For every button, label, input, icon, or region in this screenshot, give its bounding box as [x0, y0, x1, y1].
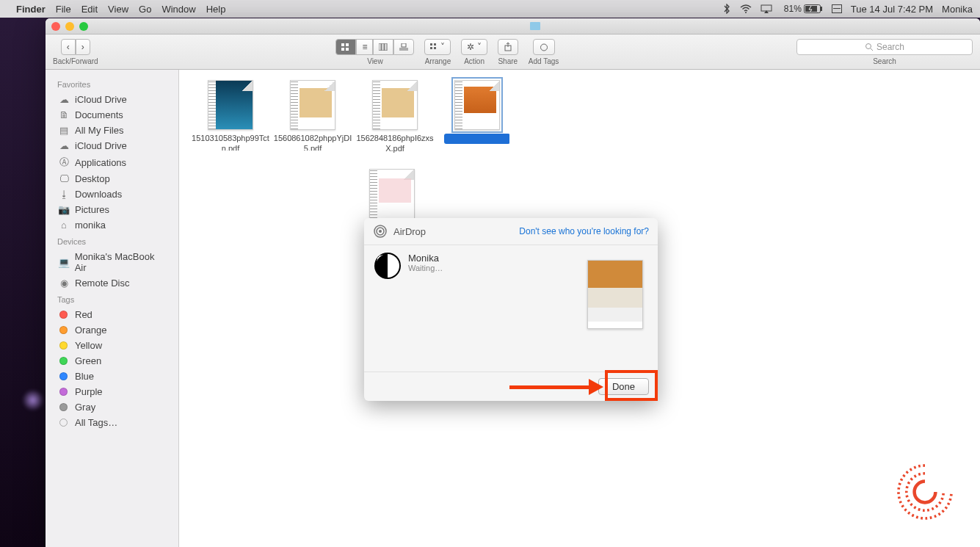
sidebar-item-home[interactable]: ⌂monika	[46, 217, 178, 233]
app-menu[interactable]: Finder	[16, 4, 46, 15]
search-label: Search	[873, 57, 896, 65]
airplay-icon[interactable]	[761, 4, 772, 13]
clock[interactable]: Tue 14 Jul 7:42 PM	[851, 4, 933, 15]
file-item[interactable]: 1562848186phpI6zxsX.pdf	[355, 80, 435, 154]
sidebar-item-icloud2[interactable]: ☁iCloud Drive	[46, 138, 178, 153]
file-thumbnail	[454, 80, 500, 130]
svg-rect-14	[402, 43, 406, 47]
sidebar-item-downloads[interactable]: ⭳Downloads	[46, 186, 178, 202]
tag-purple[interactable]: Purple	[46, 384, 178, 399]
battery-status[interactable]: 81%	[781, 4, 823, 14]
window-title	[530, 22, 543, 30]
menu-view[interactable]: View	[108, 4, 128, 15]
menu-file[interactable]: File	[56, 4, 71, 15]
popover-header: AirDrop Don't see who you're looking for…	[364, 218, 658, 245]
svg-rect-11	[379, 43, 381, 51]
fullscreen-button[interactable]	[79, 22, 88, 31]
tag-red[interactable]: Red	[46, 307, 178, 322]
search-input[interactable]: Search	[796, 39, 973, 55]
annotation-highlight	[605, 370, 658, 401]
tags-button[interactable]	[533, 39, 555, 55]
display-icon: 🖵	[57, 173, 70, 184]
recipient-status: Waiting…	[408, 264, 443, 272]
file-thumbnail	[369, 169, 415, 219]
wifi-icon[interactable]	[740, 4, 752, 13]
airdrop-icon	[373, 224, 388, 239]
airdrop-recipient[interactable]: Monika Waiting…	[374, 253, 443, 364]
sidebar-item-applications[interactable]: ⒶApplications	[46, 153, 178, 171]
tag-green[interactable]: Green	[46, 353, 178, 369]
sidebar: Favorites ☁iCloud Drive 🗎Documents ▤All …	[46, 70, 179, 547]
svg-rect-19	[430, 47, 432, 49]
forward-button[interactable]: ›	[76, 39, 90, 55]
svg-rect-12	[382, 43, 384, 51]
file-item[interactable]: 1560861082phppYjDI5.pdf	[272, 80, 353, 154]
tag-orange[interactable]: Orange	[46, 322, 178, 338]
battery-percent: 81%	[784, 4, 802, 14]
cloud-icon: ☁	[57, 94, 70, 105]
laptop-icon: 💻	[57, 257, 70, 268]
tag-dot-purple	[59, 388, 68, 396]
menu-help[interactable]: Help	[206, 4, 226, 15]
svg-rect-7	[341, 43, 344, 46]
tag-dot-gray	[59, 403, 68, 411]
sidebar-item-macbook[interactable]: 💻Monika's MacBook Air	[46, 249, 178, 275]
help-link[interactable]: Don't see who you're looking for?	[519, 226, 649, 236]
sidebar-item-pictures[interactable]: 📷Pictures	[46, 202, 178, 217]
nav-label: Back/Forward	[53, 57, 98, 65]
close-button[interactable]	[51, 22, 60, 31]
file-item[interactable]: 1510310583php99Tctn.pdf	[190, 80, 271, 154]
sidebar-item-documents[interactable]: 🗎Documents	[46, 107, 178, 123]
action-button[interactable]: ✲ ˅	[461, 39, 487, 55]
disc-icon: ◉	[57, 278, 70, 289]
user-menu[interactable]: Monika	[942, 4, 973, 15]
tag-gray[interactable]: Gray	[46, 399, 178, 415]
file-thumbnail	[372, 80, 418, 130]
minimize-button[interactable]	[65, 22, 74, 31]
favorites-header: Favorites	[46, 76, 178, 92]
download-icon: ⭳	[57, 189, 70, 200]
svg-rect-9	[341, 48, 344, 51]
home-icon: ⌂	[57, 220, 70, 231]
icon-view-button[interactable]	[335, 39, 356, 55]
menu-go[interactable]: Go	[139, 4, 151, 15]
toolbar: ‹ › Back/Forward ≡ View ˅ Arrange ✲ ˅ Ac…	[46, 35, 980, 70]
tags-header: Tags	[46, 291, 178, 307]
tag-blue[interactable]: Blue	[46, 369, 178, 384]
redaction-patch	[179, 151, 341, 243]
titlebar[interactable]	[46, 18, 980, 35]
file-thumbnail	[290, 80, 335, 130]
menubar: Finder File Edit View Go Window Help 81%…	[0, 0, 980, 18]
action-label: Action	[464, 57, 484, 65]
svg-rect-1	[761, 5, 772, 11]
bluetooth-icon[interactable]	[722, 4, 731, 14]
arrange-button[interactable]: ˅	[424, 39, 451, 55]
coverflow-view-button[interactable]	[393, 39, 414, 55]
tag-all[interactable]: All Tags…	[46, 415, 178, 430]
share-label: Share	[498, 57, 518, 65]
folder-icon	[530, 22, 540, 30]
svg-rect-13	[385, 43, 387, 51]
file-item-selected[interactable]	[437, 80, 518, 154]
recipient-avatar	[374, 253, 401, 279]
tag-yellow[interactable]: Yellow	[46, 338, 178, 353]
back-button[interactable]: ‹	[61, 39, 76, 55]
svg-rect-10	[346, 48, 349, 51]
sidebar-item-remotedisc[interactable]: ◉Remote Disc	[46, 275, 178, 291]
sidebar-item-desktop[interactable]: 🖵Desktop	[46, 171, 178, 186]
tags-label: Add Tags	[529, 57, 559, 65]
svg-rect-17	[430, 43, 432, 46]
share-button[interactable]	[498, 39, 518, 55]
sidebar-item-allfiles[interactable]: ▤All My Files	[46, 123, 178, 138]
menu-window[interactable]: Window	[161, 4, 195, 15]
svg-rect-20	[434, 47, 436, 49]
list-view-button[interactable]: ≡	[356, 39, 373, 55]
svg-point-0	[745, 12, 747, 13]
input-menu-icon[interactable]	[832, 4, 842, 13]
tag-dot-red	[59, 311, 68, 319]
column-view-button[interactable]	[373, 39, 393, 55]
menu-edit[interactable]: Edit	[81, 4, 98, 15]
nav-buttons: ‹ › Back/Forward	[53, 39, 98, 65]
sidebar-item-icloud[interactable]: ☁iCloud Drive	[46, 92, 178, 107]
app-icon: Ⓐ	[57, 156, 70, 169]
